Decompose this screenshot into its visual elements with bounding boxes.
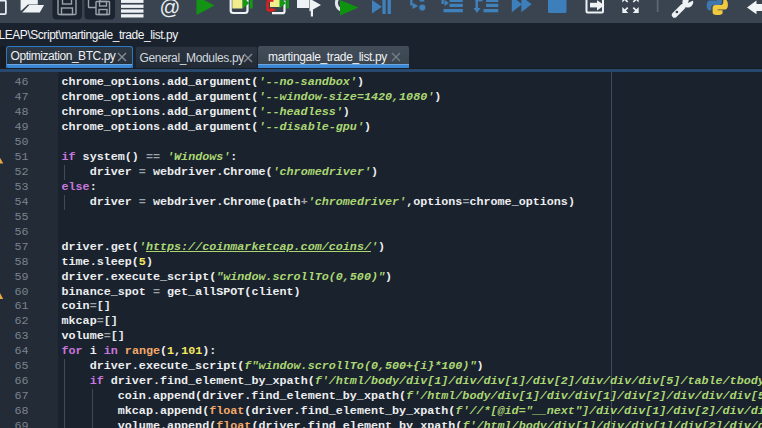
svg-text:@: @ xyxy=(160,0,181,18)
